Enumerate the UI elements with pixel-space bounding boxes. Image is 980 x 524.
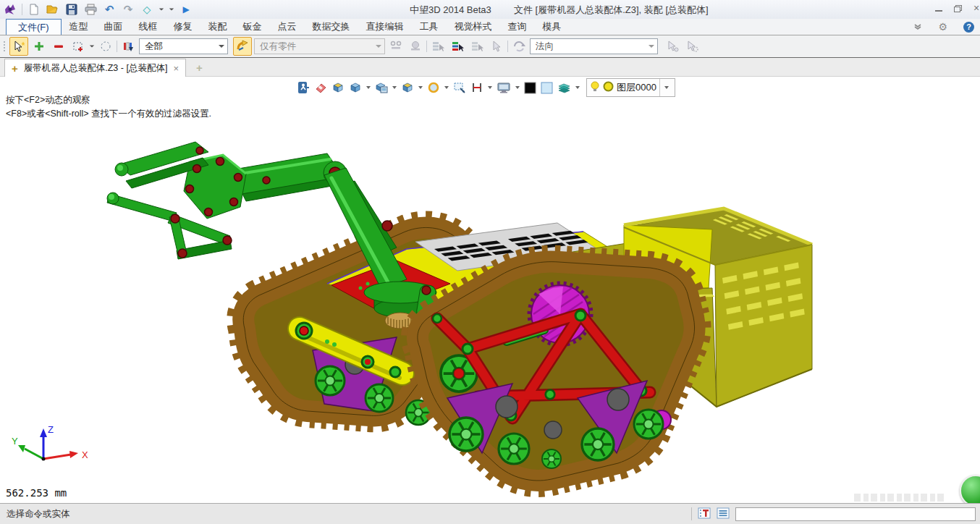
tab-assembly[interactable]: 装配 xyxy=(200,19,235,35)
command-list-icon[interactable] xyxy=(717,507,730,521)
tab-pointcloud[interactable]: 点云 xyxy=(270,19,305,35)
entity-filter-caret[interactable] xyxy=(219,45,224,48)
display-mode-icon[interactable] xyxy=(374,80,389,96)
layer-selector-caret[interactable] xyxy=(659,79,673,96)
shaded-view-icon[interactable] xyxy=(331,80,345,96)
background-swatch-black[interactable] xyxy=(523,80,537,96)
tab-direct-edit[interactable]: 直接编辑 xyxy=(358,19,412,35)
separator xyxy=(117,41,117,52)
cursor-gear-button[interactable] xyxy=(684,38,701,55)
tab-surface[interactable]: 曲面 xyxy=(96,19,131,35)
axis-triad: Z X Y xyxy=(10,423,91,473)
bulb-icon[interactable] xyxy=(590,80,600,95)
new-file-icon[interactable] xyxy=(27,2,41,17)
app-logo-icon[interactable] xyxy=(3,2,17,17)
hint-line-1: 按下<F2>动态的观察 xyxy=(6,93,211,107)
display-monitor-icon[interactable] xyxy=(496,80,512,96)
zoom-lens-icon[interactable] xyxy=(426,80,441,96)
document-tab-active[interactable]: + 履带机器人总装配体.Z3 - [总装配体] × xyxy=(4,59,186,77)
layer-selector-value: 图层0000 xyxy=(617,81,656,94)
tab-data-exchange[interactable]: 数据交换 xyxy=(305,19,358,35)
tab-repair[interactable]: 修复 xyxy=(166,19,200,35)
default-anchor-icon[interactable] xyxy=(407,38,424,55)
model-canvas[interactable] xyxy=(0,77,980,503)
default-constraint-icon[interactable] xyxy=(387,38,405,55)
add-selection-button[interactable] xyxy=(30,38,48,55)
measure-extent-icon[interactable] xyxy=(470,80,484,96)
select-cursor-button[interactable] xyxy=(9,37,28,56)
background-swatch-blue[interactable] xyxy=(540,80,554,96)
toolbar-options-caret[interactable] xyxy=(169,8,174,10)
tab-file[interactable]: 文件(F) xyxy=(6,19,62,35)
close-button[interactable]: × xyxy=(967,0,980,16)
pick-last-button[interactable] xyxy=(488,38,505,55)
pick-filter-combobox[interactable]: 仅有零件 xyxy=(254,38,385,54)
app-title: 中望3D 2014 Beta3 xyxy=(410,4,491,17)
command-input[interactable] xyxy=(735,507,976,521)
layer-selector[interactable]: 图层0000 xyxy=(586,78,675,97)
visual-layers-icon[interactable] xyxy=(557,80,572,96)
viewport[interactable]: 图层0000 按下<F2>动态的观察 <F8>或者<Shift-roll> 查找… xyxy=(0,77,980,503)
ribbon-collapse-icon[interactable] xyxy=(913,22,922,33)
redo-icon[interactable]: ↷ xyxy=(121,2,135,17)
tab-sheetmetal[interactable]: 钣金 xyxy=(235,19,270,35)
open-file-icon[interactable] xyxy=(46,2,60,17)
remove-selection-button[interactable] xyxy=(50,38,67,55)
orientation-combobox[interactable]: 法向 xyxy=(530,38,658,54)
render-mode-caret[interactable] xyxy=(418,86,423,89)
visual-layers-caret[interactable] xyxy=(575,86,580,89)
window-select-button[interactable] xyxy=(69,38,87,55)
orientation-caret[interactable] xyxy=(649,45,654,48)
zoom-window-icon[interactable] xyxy=(452,80,467,96)
play-icon[interactable]: ▶ xyxy=(179,2,193,17)
annotation-filter-icon[interactable] xyxy=(698,507,711,521)
restore-button[interactable] xyxy=(948,0,967,16)
prompt-hints: 按下<F2>动态的观察 <F8>或者<Shift-roll> 查找下一个有效的过… xyxy=(6,93,211,121)
pick-list-button-3[interactable] xyxy=(468,38,486,55)
entity-filter-combobox[interactable]: 全部 xyxy=(139,38,228,54)
view-cube-caret[interactable] xyxy=(366,86,371,89)
layer-color-icon[interactable] xyxy=(603,81,614,94)
help-icon[interactable]: ? xyxy=(963,22,974,33)
zoom-lens-caret[interactable] xyxy=(444,86,449,89)
display-monitor-caret[interactable] xyxy=(515,86,520,89)
toolbar-grip[interactable] xyxy=(1,41,7,51)
quick-access-toolbar: ↶ ↷ ◇ ▶ xyxy=(0,2,193,17)
save-icon[interactable] xyxy=(64,2,79,17)
view-diamond-icon[interactable]: ◇ xyxy=(140,2,154,17)
entity-filter-value: 全部 xyxy=(145,41,163,53)
render-mode-icon[interactable] xyxy=(400,80,415,96)
view-dropdown-caret[interactable] xyxy=(159,8,164,10)
gripper[interactable] xyxy=(107,142,246,259)
pick-filter-caret[interactable] xyxy=(376,45,381,48)
tab-close-icon[interactable]: × xyxy=(173,64,179,73)
pick-list-button-2[interactable] xyxy=(449,38,466,55)
window-select-caret[interactable] xyxy=(90,45,94,47)
filter-colors-icon[interactable] xyxy=(119,38,137,55)
pick-list-button-1[interactable] xyxy=(429,38,447,55)
tab-mold[interactable]: 模具 xyxy=(535,19,570,35)
eraser-icon[interactable] xyxy=(313,80,328,96)
new-document-tab[interactable]: + xyxy=(186,59,213,76)
minimize-button[interactable] xyxy=(929,0,948,16)
measure-caret[interactable] xyxy=(488,86,492,89)
view-cube-icon[interactable] xyxy=(348,80,363,96)
orientation-icon[interactable] xyxy=(510,38,528,55)
tab-visual-style[interactable]: 视觉样式 xyxy=(447,19,500,35)
tab-plus-icon[interactable]: + xyxy=(12,63,18,74)
tab-wireframe[interactable]: 线框 xyxy=(131,19,166,35)
undo-icon[interactable]: ↶ xyxy=(102,2,117,17)
tab-tools[interactable]: 工具 xyxy=(412,19,447,35)
exit-view-icon[interactable] xyxy=(297,80,311,96)
cursor-sparkle-button[interactable] xyxy=(664,38,682,55)
selection-toolbar: 全部 仅有零件 xyxy=(0,35,980,58)
display-mode-caret[interactable] xyxy=(392,86,397,89)
print-icon[interactable] xyxy=(83,2,98,17)
lasso-select-button[interactable] xyxy=(97,38,114,55)
new-tab-plus-icon[interactable]: + xyxy=(196,62,203,73)
tab-inquire[interactable]: 查询 xyxy=(500,19,535,35)
tab-shape[interactable]: 造型 xyxy=(62,19,96,35)
settings-gear-icon[interactable]: ⚙ xyxy=(938,21,947,33)
pick-filter-button[interactable] xyxy=(233,37,252,56)
right-track[interactable] xyxy=(418,262,695,481)
